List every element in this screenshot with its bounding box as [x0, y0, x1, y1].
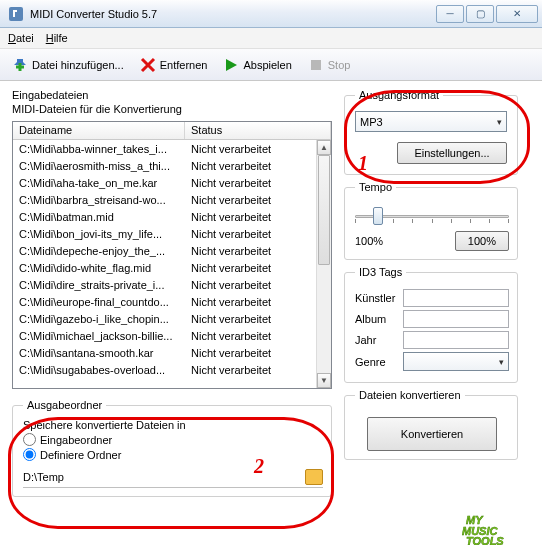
convert-group: Dateien konvertieren Konvertieren [344, 389, 518, 460]
window-title: MIDI Converter Studio 5.7 [30, 8, 436, 20]
file-status-cell: Nicht verarbeitet [185, 347, 316, 359]
file-status-cell: Nicht verarbeitet [185, 262, 316, 274]
app-icon [8, 6, 24, 22]
album-field[interactable] [403, 310, 509, 328]
input-files-sub: MIDI-Dateien für die Konvertierung [12, 103, 332, 115]
file-name-cell: C:\Midi\batman.mid [13, 211, 185, 223]
genre-select[interactable] [403, 352, 509, 371]
table-row[interactable]: C:\Midi\dido-white_flag.midNicht verarbe… [13, 259, 316, 276]
output-folder-group: Ausgabeordner Speichere konvertierte Dat… [12, 399, 332, 497]
menu-bar: Datei Hilfe [0, 28, 542, 49]
tempo-value: 100% [355, 235, 383, 247]
menu-file[interactable]: Datei [8, 32, 34, 44]
file-name-cell: C:\Midi\sugababes-overload... [13, 364, 185, 376]
minimize-button[interactable]: ─ [436, 5, 464, 23]
table-row[interactable]: C:\Midi\sugababes-overload...Nicht verar… [13, 361, 316, 378]
remove-label: Entfernen [160, 59, 208, 71]
file-name-cell: C:\Midi\dire_straits-private_i... [13, 279, 185, 291]
table-row[interactable]: C:\Midi\europe-final_countdo...Nicht ver… [13, 293, 316, 310]
file-list-scrollbar[interactable]: ▲ ▼ [316, 140, 331, 388]
file-status-cell: Nicht verarbeitet [185, 194, 316, 206]
svg-rect-0 [9, 7, 23, 21]
file-name-cell: C:\Midi\dido-white_flag.mid [13, 262, 185, 274]
table-row[interactable]: C:\Midi\gazebo-i_like_chopin...Nicht ver… [13, 310, 316, 327]
store-in-label: Speichere konvertierte Dateien in [23, 419, 323, 431]
stop-button[interactable]: Stop [304, 55, 355, 75]
table-row[interactable]: C:\Midi\aerosmith-miss_a_thi...Nicht ver… [13, 157, 316, 174]
radio-input-folder[interactable] [23, 433, 36, 446]
play-button[interactable]: Abspielen [219, 55, 295, 75]
add-icon [12, 57, 28, 73]
table-row[interactable]: C:\Midi\depeche-enjoy_the_...Nicht verar… [13, 242, 316, 259]
radio-define-folder[interactable] [23, 448, 36, 461]
convert-button[interactable]: Konvertieren [367, 417, 497, 451]
table-row[interactable]: C:\Midi\aha-take_on_me.karNicht verarbei… [13, 174, 316, 191]
svg-rect-1 [311, 60, 321, 70]
input-files-heading: Eingabedateien [12, 89, 332, 101]
file-name-cell: C:\Midi\santana-smooth.kar [13, 347, 185, 359]
play-icon [223, 57, 239, 73]
file-name-cell: C:\Midi\aerosmith-miss_a_thi... [13, 160, 185, 172]
file-status-cell: Nicht verarbeitet [185, 364, 316, 376]
id3-group: ID3 Tags Künstler Album Jahr Genre [344, 266, 518, 383]
maximize-button[interactable]: ▢ [466, 5, 494, 23]
format-select[interactable]: MP3 [355, 111, 507, 132]
artist-field[interactable] [403, 289, 509, 307]
remove-icon [140, 57, 156, 73]
remove-button[interactable]: Entfernen [136, 55, 212, 75]
table-row[interactable]: C:\Midi\dire_straits-private_i...Nicht v… [13, 276, 316, 293]
file-status-cell: Nicht verarbeitet [185, 313, 316, 325]
settings-button[interactable]: Einstellungen... [397, 142, 507, 164]
scroll-thumb[interactable] [318, 155, 330, 265]
year-label: Jahr [355, 334, 399, 346]
genre-label: Genre [355, 356, 399, 368]
table-row[interactable]: C:\Midi\santana-smooth.karNicht verarbei… [13, 344, 316, 361]
output-folder-legend: Ausgabeordner [23, 399, 106, 411]
file-status-cell: Nicht verarbeitet [185, 211, 316, 223]
year-field[interactable] [403, 331, 509, 349]
id3-legend: ID3 Tags [355, 266, 406, 278]
file-name-cell: C:\Midi\europe-final_countdo... [13, 296, 185, 308]
file-status-cell: Nicht verarbeitet [185, 228, 316, 240]
output-format-group: Ausgangsformat MP3 Einstellungen... [344, 89, 518, 175]
table-row[interactable]: C:\Midi\bon_jovi-its_my_life...Nicht ver… [13, 225, 316, 242]
col-status[interactable]: Status [185, 122, 331, 139]
tempo-reset-button[interactable]: 100% [455, 231, 509, 251]
table-row[interactable]: C:\Midi\abba-winner_takes_i...Nicht vera… [13, 140, 316, 157]
file-name-cell: C:\Midi\michael_jackson-billie... [13, 330, 185, 342]
stop-label: Stop [328, 59, 351, 71]
tempo-slider[interactable] [355, 205, 509, 229]
output-path: D:\Temp [23, 471, 305, 483]
format-selected: MP3 [360, 116, 383, 128]
mymusictools-logo: MY MUSIC TOOLS [462, 511, 532, 545]
scroll-down-icon[interactable]: ▼ [317, 373, 331, 388]
table-row[interactable]: C:\Midi\batman.midNicht verarbeitet [13, 208, 316, 225]
col-filename[interactable]: Dateiname [13, 122, 185, 139]
file-name-cell: C:\Midi\abba-winner_takes_i... [13, 143, 185, 155]
table-row[interactable]: C:\Midi\barbra_streisand-wo...Nicht vera… [13, 191, 316, 208]
file-name-cell: C:\Midi\barbra_streisand-wo... [13, 194, 185, 206]
browse-folder-button[interactable] [305, 469, 323, 485]
tempo-thumb[interactable] [373, 207, 383, 225]
output-format-legend: Ausgangsformat [355, 89, 443, 101]
file-name-cell: C:\Midi\bon_jovi-its_my_life... [13, 228, 185, 240]
add-file-label: Datei hinzufügen... [32, 59, 124, 71]
file-status-cell: Nicht verarbeitet [185, 296, 316, 308]
file-name-cell: C:\Midi\depeche-enjoy_the_... [13, 245, 185, 257]
scroll-up-icon[interactable]: ▲ [317, 140, 331, 155]
tempo-group: Tempo 100% 100% [344, 181, 518, 260]
add-file-button[interactable]: Datei hinzufügen... [8, 55, 128, 75]
file-status-cell: Nicht verarbeitet [185, 330, 316, 342]
title-bar: MIDI Converter Studio 5.7 ─ ▢ ✕ [0, 0, 542, 28]
menu-help[interactable]: Hilfe [46, 32, 68, 44]
file-name-cell: C:\Midi\aha-take_on_me.kar [13, 177, 185, 189]
file-status-cell: Nicht verarbeitet [185, 177, 316, 189]
svg-text:TOOLS: TOOLS [466, 535, 504, 545]
toolbar: Datei hinzufügen... Entfernen Abspielen … [0, 49, 542, 81]
file-list[interactable]: Dateiname Status C:\Midi\abba-winner_tak… [12, 121, 332, 389]
tempo-legend: Tempo [355, 181, 396, 193]
file-name-cell: C:\Midi\gazebo-i_like_chopin... [13, 313, 185, 325]
close-button[interactable]: ✕ [496, 5, 538, 23]
stop-icon [308, 57, 324, 73]
table-row[interactable]: C:\Midi\michael_jackson-billie...Nicht v… [13, 327, 316, 344]
